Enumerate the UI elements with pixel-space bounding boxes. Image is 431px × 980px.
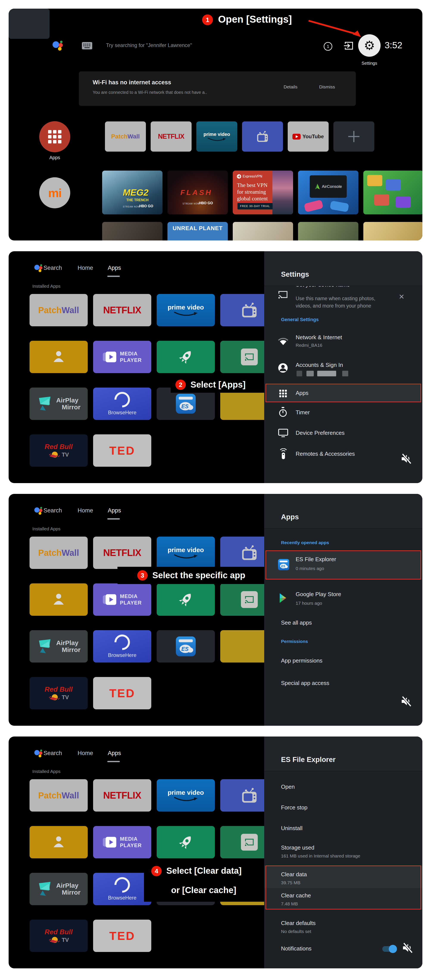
step-2-badge: 2 xyxy=(176,380,186,390)
app-tile-ted[interactable]: TED xyxy=(93,677,151,710)
tab-search[interactable]: Search xyxy=(44,750,62,757)
browsehere-label: BrowseHere xyxy=(108,895,136,901)
tab-home[interactable]: Home xyxy=(78,265,93,271)
menu-item-app-permissions[interactable]: App permissions xyxy=(281,657,322,664)
menu-item-network-internet[interactable]: Network & Internet xyxy=(296,334,342,341)
app-tile-media-player[interactable]: MEDIAPLAYER xyxy=(93,583,151,616)
menu-item-accounts-sign-in[interactable]: Accounts & Sign In xyxy=(296,362,343,368)
settings-button-label: Settings xyxy=(358,61,380,66)
app-tile-airplay-mirror[interactable]: AirPlayMirror xyxy=(30,388,88,420)
dismiss-button[interactable]: Dismiss xyxy=(319,84,335,89)
app-tile-prime-video[interactable]: prime video xyxy=(157,536,215,569)
teaser-banner-2[interactable] xyxy=(233,222,293,240)
app-tile-rocket-launcher[interactable] xyxy=(157,826,215,858)
app-tile-mi-tv[interactable] xyxy=(242,121,283,152)
menu-item-remotes-accessories[interactable]: Remotes & Accessories xyxy=(296,450,355,457)
app-tile-red-bull-tv[interactable]: Red Bull TV xyxy=(30,677,88,710)
airplay-label-b: Mirror xyxy=(56,889,81,896)
banner-games-collage[interactable] xyxy=(363,170,422,215)
notifications-icon[interactable]: 1 xyxy=(324,42,332,51)
app-tile-red-bull-tv[interactable]: Red Bull TV xyxy=(30,920,88,952)
menu-item-open[interactable]: Open xyxy=(281,784,295,790)
menu-item-notifications[interactable]: Notifications xyxy=(281,945,312,952)
app-tile-netflix[interactable]: NETFLIX xyxy=(93,536,151,569)
menu-item-see-all-apps[interactable]: See all apps xyxy=(281,619,312,626)
details-button[interactable]: Details xyxy=(284,84,297,89)
teaser-banner-4[interactable] xyxy=(363,222,422,240)
app-tile-patchwall[interactable]: PatchWall xyxy=(30,536,88,569)
tab-apps[interactable]: Apps xyxy=(108,265,121,271)
app-tile-gallery[interactable] xyxy=(30,826,88,858)
settings-button[interactable]: ⚙ xyxy=(358,34,380,57)
tab-home[interactable]: Home xyxy=(78,750,93,757)
menu-item-google-play-store[interactable]: Google Play Store xyxy=(296,591,341,598)
app-tile-red-bull-tv[interactable]: Red Bull TV xyxy=(30,434,88,467)
app-tile-netflix[interactable]: NETFLIX xyxy=(93,779,151,811)
teaser-banner-unreal-planet[interactable]: UNREAL PLANET xyxy=(168,222,228,240)
app-tile-ted[interactable]: TED xyxy=(93,434,151,467)
tab-home[interactable]: Home xyxy=(78,507,93,514)
close-icon[interactable]: ✕ xyxy=(399,293,404,301)
inputs-icon[interactable] xyxy=(344,41,353,50)
tab-search[interactable]: Search xyxy=(44,265,62,271)
tab-search[interactable]: Search xyxy=(44,507,62,514)
app-tile-rocket-launcher[interactable] xyxy=(157,341,215,373)
menu-item-uninstall[interactable]: Uninstall xyxy=(281,825,303,832)
app-tile-netflix[interactable]: NETFLIX xyxy=(151,121,192,152)
menu-item-clear-defaults[interactable]: Clear defaults xyxy=(281,920,315,926)
banner-meg2[interactable]: MEG2 THE TRENCH STREAM NOW HBO GO xyxy=(102,170,163,215)
browsehere-label: BrowseHere xyxy=(108,652,136,658)
mi-rail-button[interactable]: mi xyxy=(39,177,70,208)
app-tile-patchwall[interactable]: PatchWall xyxy=(30,779,88,811)
media-player-label-b: PLAYER xyxy=(120,842,142,849)
settings-list: Set your device name Use this name when … xyxy=(264,286,422,483)
app-tile-rocket-launcher[interactable] xyxy=(157,583,215,616)
menu-item-clear-data[interactable]: Clear data xyxy=(281,871,307,878)
app-tile-airplay-mirror[interactable]: AirPlayMirror xyxy=(30,630,88,663)
app-tile-gallery[interactable] xyxy=(30,341,88,373)
add-app-tile[interactable] xyxy=(9,9,49,39)
app-tile-browsehere[interactable]: BrowseHere xyxy=(93,630,151,663)
menu-item-timer[interactable]: Timer xyxy=(296,409,310,416)
teaser-banner-1[interactable] xyxy=(102,222,163,240)
teaser-banner-3[interactable] xyxy=(298,222,358,240)
banner-airconsole[interactable]: AirConsole xyxy=(298,170,358,215)
tab-apps[interactable]: Apps xyxy=(108,507,121,514)
app-tile-youtube[interactable]: YouTube xyxy=(288,121,329,152)
menu-item-storage-used[interactable]: Storage used xyxy=(281,844,314,851)
prime-smile-icon xyxy=(207,137,227,142)
app-tile-browsehere[interactable]: BrowseHere xyxy=(93,873,151,905)
menu-item-apps-highlight[interactable] xyxy=(266,384,421,402)
app-tile-prime-video[interactable]: prime video xyxy=(196,121,237,152)
collage-tile-1 xyxy=(367,175,382,186)
app-tile-prime-video[interactable]: prime video xyxy=(157,779,215,811)
rocket-icon xyxy=(174,345,198,369)
tab-apps[interactable]: Apps xyxy=(108,750,121,757)
google-assistant-icon[interactable] xyxy=(51,40,65,51)
app-tile-media-player[interactable]: MEDIAPLAYER xyxy=(93,826,151,858)
app-tile-gallery[interactable] xyxy=(30,583,88,616)
app-tile-patchwall[interactable]: PatchWall xyxy=(30,294,88,326)
notifications-toggle[interactable] xyxy=(382,946,396,952)
search-placeholder[interactable]: Try searching for "Jennifer Lawrence" xyxy=(106,42,192,48)
add-app-tile[interactable] xyxy=(333,121,374,152)
menu-item-special-app-access[interactable]: Special app access xyxy=(281,680,329,686)
clear-data-size: 39.75 MB xyxy=(281,880,300,885)
menu-item-force-stop[interactable]: Force stop xyxy=(281,804,307,811)
menu-item-device-preferences[interactable]: Device Preferences xyxy=(296,430,345,436)
app-tile-prime-video[interactable]: prime video xyxy=(157,294,215,326)
app-tile-patchwall[interactable]: PatchWall xyxy=(105,121,146,152)
app-tile-netflix[interactable]: NETFLIX xyxy=(93,294,151,326)
app-tile-media-player[interactable]: MEDIAPLAYER xyxy=(93,341,151,373)
banner-expressvpn[interactable]: ExpressVPN The best VPN for streaming gl… xyxy=(233,170,293,215)
device-name-title[interactable]: Set your device name xyxy=(296,286,350,288)
app-tile-browsehere[interactable]: BrowseHere xyxy=(93,388,151,420)
menu-item-clear-cache[interactable]: Clear cache xyxy=(281,892,311,899)
app-tile-es-file-explorer[interactable]: ES xyxy=(157,630,215,663)
app-tile-ted[interactable]: TED xyxy=(93,920,151,952)
keyboard-icon[interactable] xyxy=(82,42,92,49)
apps-rail-button[interactable] xyxy=(39,121,70,152)
banner-flash[interactable]: FLASH STREAM NOW HBO GO xyxy=(168,170,228,215)
app-tile-airplay-mirror[interactable]: AirPlayMirror xyxy=(30,873,88,905)
expressvpn-cta-button[interactable]: FREE 30-DAY TRIAL xyxy=(238,203,273,209)
